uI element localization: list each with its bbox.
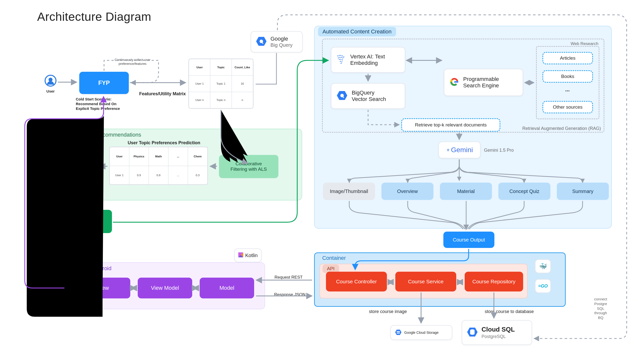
utility-matrix-table: UserTopicCount_LikeUser 1Topic 116User n… xyxy=(188,58,254,109)
bq-sub: Big Query xyxy=(270,42,292,48)
docker-icon: 🐳 xyxy=(539,263,547,270)
group-reco-label: Personalized Content Recommendations xyxy=(42,132,141,138)
cold-start-caption: Cold Start Scenario: Recommend Based On … xyxy=(76,97,130,111)
api-repository: Course Repository xyxy=(465,272,523,292)
course-output-node: Course Output xyxy=(443,232,494,248)
user-label: User xyxy=(45,89,56,94)
store-db-caption: store course to database xyxy=(470,309,549,315)
svg-point-27 xyxy=(470,333,474,335)
connect-note: connect Postgre SQL through BQ xyxy=(590,297,612,320)
svg-point-15 xyxy=(340,61,341,62)
api-service: Course Service xyxy=(395,272,456,292)
google-icon xyxy=(449,77,459,88)
gcs-icon xyxy=(395,329,402,336)
kotlin-label: Kotlin xyxy=(245,253,258,258)
llm-recommender-node: LLM as Recommender xyxy=(50,155,98,178)
bigquery-icon xyxy=(256,36,267,47)
web-source-ellipsis: ... xyxy=(561,86,574,93)
fyp-caption: Continuously collect user preference/fea… xyxy=(106,58,158,66)
api-controller: Course Controller xyxy=(326,272,387,292)
topk-node: Retrieve top-k relevant documents xyxy=(401,118,500,132)
svg-point-1 xyxy=(260,39,263,43)
kotlin-badge: Kotlin xyxy=(234,248,262,262)
user-icon xyxy=(44,75,56,87)
svg-point-7 xyxy=(343,56,344,57)
vertex-label: Vertex AI: Text Embedding xyxy=(350,53,385,66)
vertex-icon xyxy=(336,54,346,65)
frontend-viewmodel: View Model xyxy=(138,278,192,298)
kotlin-icon xyxy=(238,252,243,259)
rest-res-label: Response JSON xyxy=(270,292,310,297)
cloudsql-name: Cloud SQL xyxy=(482,326,515,333)
docker-icon-box: 🐳 xyxy=(535,259,551,273)
svg-point-8 xyxy=(338,57,339,58)
svg-point-14 xyxy=(342,59,343,60)
svg-rect-22 xyxy=(396,331,400,332)
gemini-out-summary: Summary xyxy=(557,183,609,200)
web-source-books: Books xyxy=(542,70,593,83)
store-img-caption: store course image xyxy=(351,309,425,315)
svg-point-13 xyxy=(340,59,341,60)
web-source-articles: Articles xyxy=(542,52,593,64)
group-automated-label: Automated Content Creation xyxy=(318,27,396,36)
cloudsql-icon xyxy=(467,327,478,338)
bq-vector-icon xyxy=(336,90,348,102)
rag-caption: Retrieval Augmented Generation (RAG) xyxy=(512,126,601,131)
svg-point-9 xyxy=(339,57,340,58)
rest-req-label: Request REST xyxy=(270,275,307,280)
container-label: Container xyxy=(318,253,350,263)
pred-table: UserPhysicsMath...ChemUser 10.90.8...0.3 xyxy=(109,146,208,185)
gemini-label: Gemini xyxy=(451,146,473,154)
svg-point-6 xyxy=(342,55,343,56)
cloudsql-sub: PostgreSQL xyxy=(482,334,506,339)
rec-output-node: Recommender Output/Query xyxy=(58,210,112,233)
bq-vector-node: BigQuery Vector Search xyxy=(331,83,405,109)
svg-point-5 xyxy=(340,55,341,56)
svg-rect-23 xyxy=(396,333,400,334)
vertex-node: Vertex AI: Text Embedding xyxy=(331,47,405,73)
svg-point-3 xyxy=(337,55,338,56)
pse-node: Programmable Search Engine xyxy=(444,69,523,96)
go-icon-box: =GO xyxy=(535,279,551,293)
svg-point-19 xyxy=(340,94,344,97)
web-source-other: Other sources xyxy=(542,101,593,113)
pse-label: Programmable Search Engine xyxy=(463,76,499,89)
cf-als-node: Colaborative Filtering with ALS xyxy=(219,155,278,178)
gemini-model-label: Gemini 1.5 Pro xyxy=(484,147,519,153)
go-icon: =GO xyxy=(538,284,548,289)
pred-caption: User Topic Preferences Prediction xyxy=(120,140,208,146)
gcs-node: Google Cloud Storage xyxy=(390,325,452,340)
gemini-out-thumbnail: Image/Thumbnail xyxy=(323,183,375,200)
svg-point-4 xyxy=(339,55,340,56)
gemini-out-quiz: Concept Quiz xyxy=(498,183,550,200)
gemini-out-material: Material xyxy=(440,183,492,200)
svg-point-17 xyxy=(340,63,342,64)
gemini-out-overview: Overview xyxy=(382,183,434,200)
cloudsql-node: Cloud SQL PostgreSQL xyxy=(462,320,532,345)
bq-vector-label: BigQuery Vector Search xyxy=(352,90,386,102)
frontend-label: Frontend/Android xyxy=(69,265,112,272)
svg-point-12 xyxy=(339,59,340,60)
gemini-node: Gemini xyxy=(438,142,480,158)
page-title: Architecture Diagram xyxy=(37,10,151,23)
svg-point-11 xyxy=(342,57,343,58)
gcs-label: Google Cloud Storage xyxy=(404,331,439,335)
svg-point-10 xyxy=(341,57,342,58)
gemini-spark-icon xyxy=(446,146,450,154)
bigquery-node: Google Big Query xyxy=(251,31,303,52)
frontend-model: Model xyxy=(200,278,254,298)
bq-name: Google xyxy=(270,36,288,42)
fyp-node: FYP xyxy=(79,72,129,94)
svg-marker-21 xyxy=(395,330,401,335)
frontend-view: View xyxy=(76,278,130,298)
svg-point-16 xyxy=(341,61,342,62)
web-research-label: Web Research xyxy=(566,41,598,46)
utility-caption: Features/Utility Matrix xyxy=(139,91,186,97)
